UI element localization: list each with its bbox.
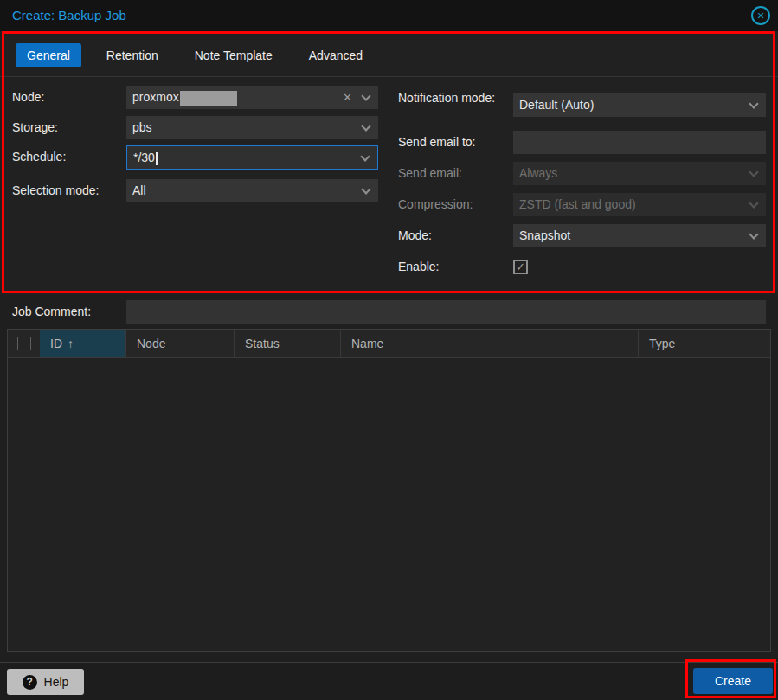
select-all-cell	[8, 330, 40, 357]
chevron-down-icon[interactable]	[361, 184, 370, 194]
column-header-status[interactable]: Status	[235, 330, 341, 357]
enable-checkbox[interactable]: ✓	[513, 260, 528, 274]
chevron-down-icon	[749, 198, 758, 208]
tab-advanced[interactable]: Advanced	[298, 43, 374, 67]
help-button[interactable]: ? Help	[7, 669, 84, 695]
select-all-checkbox[interactable]	[17, 337, 31, 350]
dialog-title: Create: Backup Job	[12, 0, 126, 31]
mode-label: Mode:	[398, 224, 432, 247]
mode-value: Snapshot	[519, 228, 570, 242]
text-cursor	[156, 152, 158, 165]
send-email-label: Send email:	[398, 162, 462, 185]
send-email-combobox: Always	[513, 162, 766, 185]
job-comment-input[interactable]	[126, 300, 766, 324]
tab-retention[interactable]: Retention	[95, 43, 170, 67]
selection-mode-combobox[interactable]: All	[126, 179, 378, 202]
column-header-name[interactable]: Name	[341, 330, 639, 357]
mode-combobox[interactable]: Snapshot	[513, 224, 766, 247]
create-button[interactable]: Create	[693, 668, 773, 694]
dialog-titlebar: Create: Backup Job ✕	[0, 0, 778, 31]
sort-asc-icon: ↑	[68, 337, 74, 350]
storage-label: Storage:	[12, 116, 58, 139]
guest-selection-table: ID↑ Node Status Name Type	[7, 329, 771, 652]
redaction-block	[180, 91, 237, 106]
node-label: Node:	[12, 86, 44, 109]
chevron-down-icon[interactable]	[749, 229, 758, 239]
schedule-combobox[interactable]: */30	[126, 145, 378, 170]
help-icon: ?	[23, 675, 37, 690]
notification-mode-combobox[interactable]: Default (Auto)	[513, 93, 766, 117]
schedule-label: Schedule:	[12, 145, 66, 169]
table-header-row: ID↑ Node Status Name Type	[8, 330, 770, 358]
table-body-empty	[8, 358, 770, 652]
notification-mode-value: Default (Auto)	[519, 98, 594, 112]
node-value: proxmox	[132, 90, 179, 104]
tab-general[interactable]: General	[16, 43, 81, 67]
column-header-node[interactable]: Node	[126, 330, 235, 357]
job-comment-label: Job Comment:	[12, 300, 91, 324]
send-email-to-input[interactable]	[513, 131, 766, 154]
notification-mode-label: Notification mode:	[398, 90, 511, 106]
compression-combobox: ZSTD (fast and good)	[513, 193, 766, 216]
selection-mode-label: Selection mode:	[12, 179, 99, 202]
schedule-value: */30	[133, 151, 155, 164]
column-header-type[interactable]: Type	[639, 330, 770, 357]
tab-bar: General Retention Note Template Advanced	[0, 34, 778, 77]
enable-label: Enable:	[398, 255, 439, 279]
compression-value: ZSTD (fast and good)	[519, 197, 636, 211]
chevron-down-icon[interactable]	[361, 121, 370, 131]
send-email-value: Always	[519, 166, 557, 180]
close-icon[interactable]: ✕	[751, 6, 770, 25]
clear-icon[interactable]: ✕	[343, 86, 352, 109]
node-combobox[interactable]: proxmox ✕	[126, 86, 378, 109]
help-button-label: Help	[44, 675, 69, 689]
chevron-down-icon[interactable]	[360, 151, 370, 161]
compression-label: Compression:	[398, 193, 473, 216]
chevron-down-icon	[749, 167, 758, 177]
tab-note-template[interactable]: Note Template	[183, 43, 284, 67]
chevron-down-icon[interactable]	[361, 91, 370, 100]
storage-value: pbs	[132, 120, 152, 134]
storage-combobox[interactable]: pbs	[126, 116, 378, 139]
dialog-footer: ? Help Create	[0, 662, 778, 700]
selection-mode-value: All	[132, 183, 146, 197]
create-backup-job-dialog: Create: Backup Job ✕ General Retention N…	[0, 0, 778, 700]
column-header-id[interactable]: ID↑	[40, 330, 126, 357]
send-email-to-label: Send email to:	[398, 131, 476, 154]
chevron-down-icon[interactable]	[749, 99, 758, 108]
